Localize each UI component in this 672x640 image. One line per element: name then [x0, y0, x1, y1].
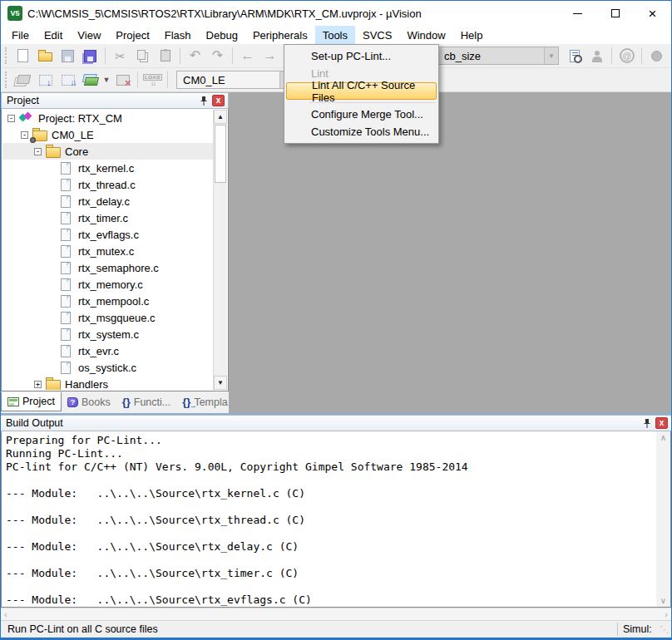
navigate-forward-button[interactable]: → [259, 47, 280, 66]
close-panel-icon[interactable]: x [212, 95, 225, 106]
tree-item-rtx-mutex-c[interactable]: rtx_mutex.c [2, 243, 213, 259]
tools-menu-item[interactable]: Lint All C/C++ Source Files [286, 82, 437, 100]
search-combobox[interactable]: cb_size ▼ [437, 47, 559, 65]
menu-item-project[interactable]: Project [108, 26, 156, 44]
configure-target-button[interactable] [586, 47, 607, 66]
tree-item-rtx-delay-c[interactable]: rtx_delay.c [2, 193, 213, 209]
menu-item-edit[interactable]: Edit [37, 26, 70, 44]
new-file-button[interactable] [12, 47, 33, 66]
record-circle-icon [651, 51, 662, 62]
close-panel-icon[interactable]: x [655, 417, 668, 429]
menu-item-flash[interactable]: Flash [157, 26, 199, 44]
menu-item-svcs[interactable]: SVCS [355, 26, 399, 44]
title-bar: V5 C:\W\CMSIS_5\CMSIS\RTOS2\RTX\Library\… [1, 1, 671, 26]
toolbar-grip[interactable] [5, 71, 8, 88]
tree-item-rtx-system-c[interactable]: rtx_system.c [2, 326, 213, 342]
cut-button[interactable]: ✂ [110, 47, 131, 66]
tree-item-rtx-semaphore-c[interactable]: rtx_semaphore.c [2, 259, 213, 276]
expand-icon[interactable]: + [34, 381, 42, 388]
menu-item-help[interactable]: Help [453, 26, 491, 44]
minimize-button[interactable] [559, 1, 596, 26]
menu-item-debug[interactable]: Debug [199, 26, 245, 44]
close-button[interactable]: × [634, 1, 671, 26]
tree-item-label: rtx_evflags.c [78, 229, 139, 241]
tree-item-label: Handlers [65, 378, 108, 391]
scroll-up-icon[interactable]: ▲ [214, 110, 227, 124]
tab-books[interactable]: Books [62, 392, 116, 411]
tree-item-rtx-evr-c[interactable]: rtx_evr.c [2, 342, 213, 359]
tab-functi-[interactable]: {}Functi... [116, 392, 177, 411]
tab-label: Functi... [134, 396, 170, 408]
save-all-button[interactable] [80, 47, 101, 66]
tree-item-rtx-memory-c[interactable]: rtx_memory.c [2, 276, 213, 293]
cut-icon: ✂ [115, 50, 126, 62]
output-scrollbar[interactable]: ∧ ∨ [656, 431, 670, 607]
batch-build-dropdown[interactable]: ▼ [101, 76, 111, 84]
menu-item-view[interactable]: View [70, 26, 108, 44]
tree-item-handlers[interactable]: +Handlers [2, 376, 213, 390]
tree-item-rtx-mempool-c[interactable]: rtx_mempool.c [2, 293, 213, 309]
tree-item-rtx-msgqueue-c[interactable]: rtx_msgqueue.c [2, 309, 213, 326]
scroll-down-icon[interactable]: ▼ [214, 376, 227, 390]
navigate-back-button[interactable]: ← [237, 47, 258, 66]
collapse-icon[interactable]: - [34, 148, 42, 155]
status-mode: Simul: [618, 623, 658, 635]
tree-item-core[interactable]: -Core [2, 143, 213, 160]
menu-item-window[interactable]: Window [399, 26, 452, 44]
collapse-icon[interactable]: - [7, 115, 15, 122]
target-select[interactable]: CM0_LE ▼ [176, 71, 294, 89]
tree-item-rtx-timer-c[interactable]: rtx_timer.c [2, 209, 213, 226]
tree-item-project-rtx-cm[interactable]: -Project: RTX_CM [2, 110, 213, 126]
build-button[interactable] [35, 71, 56, 90]
tree-item-label: rtx_thread.c [78, 179, 136, 191]
menu-item-tools[interactable]: Tools [315, 26, 355, 44]
tab-project[interactable]: Project [1, 392, 62, 411]
maximize-button[interactable] [596, 1, 634, 26]
scroll-right-icon[interactable]: › [665, 609, 668, 619]
menu-item-file[interactable]: File [4, 26, 37, 44]
tree-item-rtx-evflags-c[interactable]: rtx_evflags.c [2, 226, 213, 243]
menu-item-peripherals[interactable]: Peripherals [245, 26, 315, 44]
output-line: Running PC-Lint... [6, 447, 655, 460]
translate-button[interactable] [12, 71, 33, 90]
project-grid-icon [7, 397, 19, 406]
scroll-up-icon[interactable]: ∧ [660, 433, 666, 442]
open-file-button[interactable] [35, 47, 56, 66]
toolbar-grip[interactable] [5, 47, 8, 64]
resize-grip[interactable]: ⋱ [658, 624, 671, 635]
batch-build-button[interactable] [80, 71, 101, 90]
tree-item-rtx-kernel-c[interactable]: rtx_kernel.c [2, 160, 213, 176]
tools-menu-item[interactable]: Set-up PC-Lint... [286, 47, 437, 65]
pin-icon[interactable] [643, 418, 651, 429]
debug-session-button[interactable]: @ [616, 47, 637, 66]
tree-item-rtx-thread-c[interactable]: rtx_thread.c [2, 176, 213, 193]
redo-button[interactable]: ↷ [207, 47, 228, 66]
scrollbar-thumb[interactable] [215, 125, 226, 183]
scroll-left-icon[interactable]: ‹ [4, 609, 7, 619]
output-hscrollbar[interactable]: ‹ › [1, 608, 671, 620]
save-icon [62, 50, 74, 62]
output-line: --- Module: ..\..\..\Source\rtx_delay.c … [6, 540, 655, 554]
download-button[interactable]: LOAD↓↓ [142, 71, 163, 90]
tree-item-os-systick-c[interactable]: os_systick.c [2, 359, 213, 376]
save-button[interactable] [57, 47, 78, 66]
paste-button[interactable] [155, 47, 175, 66]
record-button[interactable] [646, 47, 667, 66]
scroll-down-icon[interactable]: ∨ [660, 596, 666, 605]
tools-menu-item[interactable]: Customize Tools Menu... [286, 123, 437, 140]
find-in-files-button[interactable] [564, 47, 585, 66]
undo-button[interactable]: ↶ [185, 47, 205, 66]
copy-button[interactable] [132, 47, 153, 66]
output-line: PC-lint for C/C++ (NT) Vers. 9.00L, Copy… [6, 460, 655, 474]
tree-item-label: Project: RTX_CM [38, 112, 122, 125]
chevron-down-icon[interactable]: ▼ [544, 47, 558, 64]
stop-build-button[interactable] [112, 71, 133, 90]
tree-item-label: CM0_LE [52, 129, 94, 141]
tree-scrollbar[interactable]: ▲ ▼ [213, 110, 227, 390]
tools-menu-item[interactable]: Configure Merge Tool... [286, 106, 437, 123]
tree-item-cm0-le[interactable]: -CM0_LE [2, 126, 213, 143]
toolbar-separator [180, 47, 180, 64]
collapse-icon[interactable]: - [21, 131, 28, 139]
rebuild-button[interactable] [57, 71, 78, 90]
pin-icon[interactable] [200, 96, 208, 106]
